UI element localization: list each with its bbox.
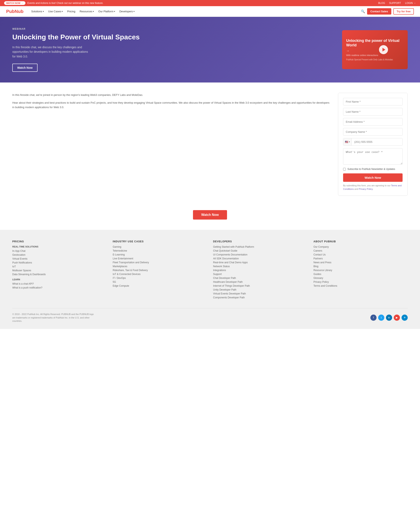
footer-title-about: ABOUT PUBNUB: [314, 240, 408, 243]
linkedin-icon[interactable]: in: [386, 314, 392, 321]
footer-title-use-cases: INDUSTRY USE CASES: [113, 240, 207, 243]
nav-developers[interactable]: Developers▾: [118, 9, 136, 14]
footer-link-virtual-events-dev-path[interactable]: Virtual Events Developer Path: [213, 292, 308, 295]
last-name-field[interactable]: [343, 108, 403, 115]
footer-link-healthcare-dev-path[interactable]: Healthcare Developer Path: [213, 281, 308, 283]
footer-link-gaming[interactable]: Gaming: [113, 245, 207, 248]
blog-link[interactable]: BLOG: [378, 2, 385, 5]
announcement-badge[interactable]: WATCH NOW →: [4, 1, 25, 5]
try-free-button[interactable]: Try for free: [393, 8, 414, 15]
center-watch-now-button[interactable]: Watch Now: [193, 210, 227, 220]
newsletter-checkbox-container: Subscribe to PubNub Newsletter & Updates: [343, 168, 403, 170]
telegram-icon[interactable]: ✈: [402, 314, 408, 321]
footer-link-rideshare[interactable]: Rideshare, Taxi & Food Delivery: [113, 269, 207, 272]
footer-link-components-dev-path[interactable]: Components Developer Path: [213, 296, 308, 299]
footer-link-unity-dev-path[interactable]: Unity Developer Path: [213, 288, 308, 291]
use-case-field[interactable]: [343, 148, 403, 165]
contact-sales-button[interactable]: Contact Sales: [367, 8, 391, 15]
footer-title-developers: DEVELOPERS: [213, 240, 308, 243]
footer-link-chat-dev-path[interactable]: Chat Developer Path: [213, 277, 308, 279]
footer-link-multiuser[interactable]: Multiuser Spaces: [12, 269, 107, 272]
youtube-icon[interactable]: ▶: [394, 314, 400, 321]
video-subtitle: With realtime online interactions: [346, 54, 404, 56]
footer-link-network-status[interactable]: Network Status: [213, 265, 308, 268]
hero-content: WEBINAR Unlocking the Power of Virtual S…: [12, 28, 334, 72]
logo[interactable]: PubNub: [6, 9, 23, 14]
phone-field-container: 🇺🇸 •: [343, 138, 403, 146]
email-field[interactable]: [343, 118, 403, 126]
hero-watch-now-button[interactable]: Watch Now: [12, 64, 38, 72]
phone-input[interactable]: [352, 138, 402, 145]
form-submit-button[interactable]: Watch Now: [343, 173, 403, 182]
footer-link-demo-apps[interactable]: Real-time and Chat Demo Apps: [213, 261, 308, 264]
registration-form: 🇺🇸 • Subscribe to PubNub Newsletter & Up…: [338, 93, 408, 196]
footer-col-pricing: PRICING REAL-TIME SOLUTIONS In-App Chat …: [12, 240, 107, 300]
nav-use-cases[interactable]: Use Cases▾: [46, 9, 65, 14]
footer-title-pricing: PRICING: [12, 240, 107, 243]
footer-link-careers[interactable]: Careers: [314, 249, 408, 252]
footer-link-virtual-events[interactable]: Virtual Events: [12, 257, 107, 260]
footer-link-glossary[interactable]: Glossary: [314, 277, 408, 279]
hero-video: Unlocking the power of Virtual World → W…: [342, 30, 408, 69]
footer-link-iot-dev-path[interactable]: Internet of Things Developer Path: [213, 284, 308, 287]
video-arrow: →: [346, 49, 404, 53]
footer-link-contact-us[interactable]: Contact Us: [314, 253, 408, 256]
footer-link-marketplaces[interactable]: Marketplaces: [113, 265, 207, 268]
footer-link-our-company[interactable]: Our Company: [314, 245, 408, 248]
login-link[interactable]: LOGIN →: [405, 2, 416, 5]
footer-link-chat-quickstart[interactable]: Chat Quickstart Guide: [213, 249, 308, 252]
footer-link-iot-connected[interactable]: IoT & Connected Devices: [113, 273, 207, 276]
footer-link-integrations[interactable]: Integrations: [213, 269, 308, 272]
footer-link-terms-conditions[interactable]: Terms and Conditions: [314, 284, 408, 287]
footer-link-in-app-chat[interactable]: In-App Chat: [12, 250, 107, 253]
footer-link-ui-components[interactable]: UI Components Documentation: [213, 253, 308, 256]
footer-link-5g[interactable]: 5G: [113, 281, 207, 283]
phone-flag[interactable]: 🇺🇸 •: [343, 138, 352, 145]
footer-section-learn: LEARN: [12, 278, 107, 281]
announcement-text: Events and Actions is live! Check out ou…: [28, 2, 103, 5]
newsletter-checkbox[interactable]: [343, 168, 346, 170]
video-thumbnail-content: Unlocking the power of Virtual World → W…: [342, 34, 408, 65]
video-sponsor: PubNub Special Present with Defy Labs & …: [346, 59, 404, 61]
nav-platform[interactable]: Our Platform▾: [97, 9, 117, 14]
footer-link-partners[interactable]: Partners: [314, 257, 408, 260]
video-thumbnail[interactable]: Unlocking the power of Virtual World → W…: [342, 30, 408, 69]
nav-solutions[interactable]: Solutions▾: [30, 9, 45, 14]
play-button[interactable]: [379, 45, 388, 54]
content-left: In this fireside chat, we're joined in-p…: [12, 93, 330, 113]
footer-link-all-sdk[interactable]: All SDK Documentation: [213, 257, 308, 260]
footer-link-geolocation[interactable]: Geolocation: [12, 253, 107, 256]
footer-link-edge-compute[interactable]: Edge Compute: [113, 284, 207, 287]
footer-link-what-chat-api[interactable]: What is a chat API?: [12, 282, 107, 285]
footer-link-fleet[interactable]: Fleet Transportation and Delivery: [113, 261, 207, 264]
company-field[interactable]: [343, 128, 403, 136]
footer-link-blog[interactable]: Blog: [314, 265, 408, 268]
social-icons: f t in ▶ ✈: [370, 314, 408, 321]
hero-description: In this fireside chat, we discuss the ke…: [12, 45, 90, 59]
footer-link-data-streaming[interactable]: Data Streaming & Dashboards: [12, 273, 107, 276]
footer-link-iot[interactable]: IoT: [12, 265, 107, 268]
announcement-bar: WATCH NOW → Events and Actions is live! …: [0, 0, 420, 6]
facebook-icon[interactable]: f: [370, 314, 376, 321]
footer-link-resource-library[interactable]: Resource Library: [314, 269, 408, 272]
footer-link-privacy-policy[interactable]: Privacy Policy: [314, 281, 408, 283]
footer-link-telemedicine[interactable]: Telemedicine: [113, 249, 207, 252]
twitter-icon[interactable]: t: [378, 314, 384, 321]
support-link[interactable]: SUPPORT: [389, 2, 401, 5]
footer-link-news-press[interactable]: News and Press: [314, 261, 408, 264]
footer-link-live-entertainment[interactable]: Live Entertainment: [113, 257, 207, 260]
newsletter-label: Subscribe to PubNub Newsletter & Updates: [347, 168, 395, 170]
nav-resources[interactable]: Resources▾: [78, 9, 96, 14]
footer-link-what-push-notification[interactable]: What is a push notification?: [12, 286, 107, 289]
footer-link-guides[interactable]: Guides: [314, 273, 408, 276]
footer-link-getting-started[interactable]: Getting Started with PubNub Platform: [213, 245, 308, 248]
footer-link-elearning[interactable]: E-Learning: [113, 253, 207, 256]
first-name-field[interactable]: [343, 98, 403, 106]
footer-link-it-devops[interactable]: IT / DevOps: [113, 277, 207, 279]
privacy-link[interactable]: Privacy Policy: [359, 188, 373, 190]
footer-link-support[interactable]: Support: [213, 273, 308, 276]
footer-section-real-time: REAL-TIME SOLUTIONS: [12, 245, 107, 248]
nav-pricing[interactable]: Pricing: [65, 9, 77, 14]
search-icon[interactable]: 🔍: [361, 9, 365, 13]
footer-link-push-notifications[interactable]: Push Notifications: [12, 261, 107, 264]
